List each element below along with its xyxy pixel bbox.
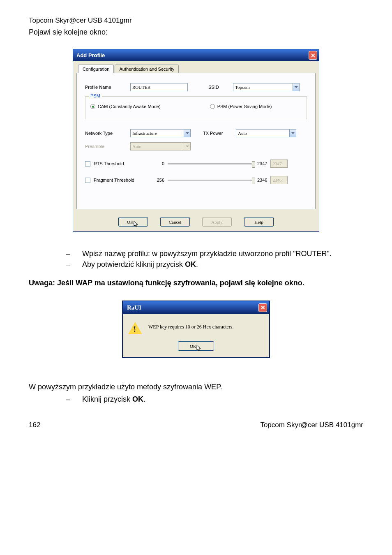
header-product: Topcom Skyr@cer USB 4101gmr <box>29 16 363 25</box>
dialog-button-row: OK Cancel Apply Help <box>73 213 319 231</box>
ok-button[interactable]: OK <box>118 217 148 227</box>
note-text: Uwaga: Jeśli WAP ma ustawioną funkcję sz… <box>29 278 363 288</box>
chevron-down-icon <box>295 86 298 88</box>
cursor-icon <box>196 345 202 352</box>
warning-icon <box>129 321 142 335</box>
intro-text: Pojawi się kolejne okno: <box>29 28 363 37</box>
network-type-select[interactable] <box>130 129 184 137</box>
fragment-min: 256 <box>154 178 164 183</box>
radio-selected-icon <box>90 104 95 109</box>
chevron-down-icon <box>186 132 189 134</box>
tab-configuration[interactable]: Configuration <box>78 65 114 73</box>
page-footer: 162 Topcom Skyr@cer USB 4101gmr <box>29 421 363 429</box>
ssid-label: SSID <box>208 85 233 90</box>
rts-label: RTS Threshold <box>94 161 151 166</box>
alert-titlebar: RaUI ✕ <box>123 301 269 314</box>
ssid-input[interactable] <box>233 83 293 91</box>
profile-name-input[interactable] <box>130 83 188 91</box>
instruction-list-1: Wpisz nazwę profilu: w powyższym przykła… <box>66 248 363 270</box>
preamble-label: Preamble <box>85 144 130 149</box>
list-item: Aby potwierdzić kliknij przycisk OK. <box>66 259 363 270</box>
list-item-text: Kliknij przycisk <box>82 395 132 403</box>
rts-min: 0 <box>154 161 164 166</box>
ssid-dropdown-button[interactable] <box>293 83 300 91</box>
list-item-bold: OK <box>185 260 196 268</box>
dialog-titlebar: Add Profile ✕ <box>73 49 319 61</box>
psm-cam-label: CAM (Constantly Awake Mode) <box>98 104 161 109</box>
fragment-max: 2346 <box>257 178 267 183</box>
instruction-list-2: Kliknij przycisk OK. <box>66 394 363 405</box>
list-item-bold: OK <box>132 395 143 403</box>
rts-checkbox[interactable] <box>85 161 90 166</box>
psm-radio-psm[interactable]: PSM (Power Saving Mode) <box>210 104 272 109</box>
profile-name-label: Profile Name <box>85 85 130 90</box>
raui-alert-dialog: RaUI ✕ WEP key requires 10 or 26 Hex cha… <box>122 301 270 358</box>
psm-group-title: PSM <box>89 93 102 98</box>
txpower-dropdown-button[interactable] <box>289 129 296 137</box>
slider-thumb-icon[interactable] <box>252 161 255 168</box>
network-type-dropdown-button[interactable] <box>184 129 191 137</box>
fragment-label: Fragment Threshold <box>94 178 151 183</box>
psm-psm-label: PSM (Power Saving Mode) <box>217 104 272 109</box>
rts-max: 2347 <box>257 161 267 166</box>
dialog-title: Add Profile <box>76 52 105 58</box>
fragment-value: 2346 <box>270 176 288 184</box>
cursor-icon <box>134 221 139 228</box>
body-text-2: W powyższym przykładzie użyto metody szy… <box>29 383 363 391</box>
network-type-label: Network Type <box>85 131 130 136</box>
alert-message: WEP key requires 10 or 26 Hex characters… <box>148 321 233 330</box>
page-number: 162 <box>29 421 40 429</box>
tabbar: Configuration Authentication and Securit… <box>73 61 319 73</box>
rts-value: 2347 <box>270 160 288 168</box>
apply-button: Apply <box>202 217 232 227</box>
close-icon[interactable]: ✕ <box>309 51 317 60</box>
alert-ok-label: OK <box>190 344 196 349</box>
ok-button-label: OK <box>127 220 134 224</box>
alert-title: RaUI <box>127 304 141 311</box>
psm-radio-cam[interactable]: CAM (Constantly Awake Mode) <box>90 104 161 109</box>
add-profile-dialog: Add Profile ✕ Configuration Authenticati… <box>73 49 319 232</box>
slider-thumb-icon[interactable] <box>252 178 255 184</box>
tab-panel: Profile Name SSID PSM CAM (Constantly Aw… <box>76 73 316 209</box>
radio-unselected-icon <box>210 104 215 109</box>
txpower-label: TX Power <box>203 131 236 136</box>
alert-ok-button[interactable]: OK <box>178 341 214 351</box>
list-item: Kliknij przycisk OK. <box>66 394 363 405</box>
close-icon[interactable]: ✕ <box>258 303 267 312</box>
psm-groupbox: PSM CAM (Constantly Awake Mode) PSM (Pow… <box>85 96 307 119</box>
txpower-select[interactable] <box>236 129 289 137</box>
chevron-down-icon <box>186 146 189 147</box>
fragment-checkbox[interactable] <box>85 178 90 183</box>
chevron-down-icon <box>291 132 295 134</box>
footer-product: Topcom Skyr@cer USB 4101gmr <box>260 421 363 429</box>
cancel-button[interactable]: Cancel <box>160 217 190 227</box>
preamble-dropdown-button <box>184 142 191 150</box>
tab-authentication[interactable]: Authentication and Security <box>115 65 179 73</box>
list-item-text: Aby potwierdzić kliknij przycisk <box>82 260 185 268</box>
help-button[interactable]: Help <box>244 217 274 227</box>
fragment-slider[interactable] <box>168 180 254 181</box>
rts-slider[interactable] <box>168 163 254 164</box>
list-item: Wpisz nazwę profilu: w powyższym przykła… <box>66 248 363 259</box>
preamble-select <box>130 142 184 150</box>
